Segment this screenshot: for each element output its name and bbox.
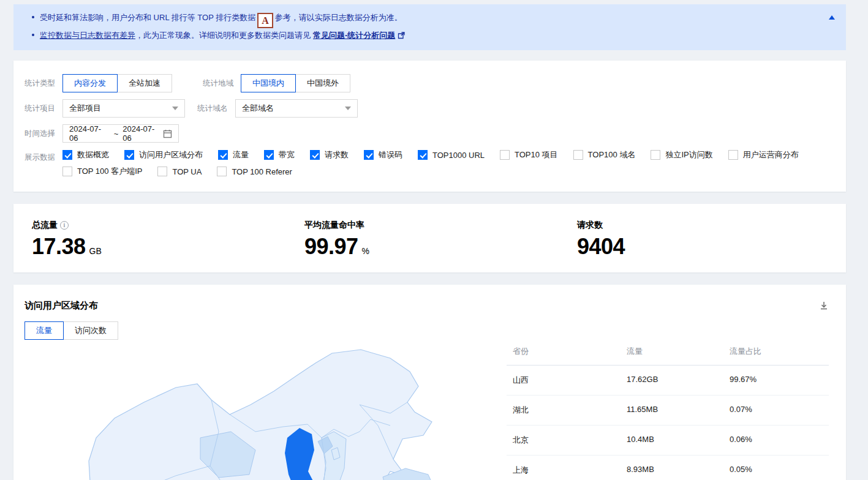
checkbox-traffic[interactable]: 流量: [218, 149, 249, 160]
checkbox-icon: [728, 150, 738, 160]
checkbox-top100-client-ip[interactable]: TOP 100 客户端IP: [62, 166, 142, 177]
notice-line-1: 受时延和算法影响，用户分布和 URL 排行等 TOP 排行类数据A参考，请以实际…: [32, 10, 819, 28]
notice-2-underlined: 监控数据与日志数据有差异: [40, 31, 135, 40]
map-land: [89, 350, 464, 480]
domain-select[interactable]: 全部域名: [235, 99, 358, 118]
checkbox-row-1: 数据概览 访问用户区域分布 流量 带宽 请求数 错误码 TOP1000 URL …: [62, 149, 814, 160]
checkbox-icon: [418, 150, 428, 160]
cell-ratio: 0.06%: [730, 435, 829, 446]
metric-value: 17.38: [32, 236, 86, 258]
display-data-checkboxes: 数据概览 访问用户区域分布 流量 带宽 请求数 错误码 TOP1000 URL …: [62, 149, 814, 177]
metric-unit: %: [362, 246, 369, 256]
tab-traffic[interactable]: 流量: [25, 321, 64, 340]
filter-panel: 统计类型 内容分发 全站加速 统计地域 中国境内 中国境外 统计项目 全部项目 …: [13, 61, 846, 192]
col-province: 省份: [513, 346, 627, 357]
stat-type-option-whole-site[interactable]: 全站加速: [117, 74, 172, 92]
chevron-down-icon: [172, 107, 178, 110]
checkbox-icon: [217, 167, 227, 176]
checkbox-top1000-url[interactable]: TOP1000 URL: [418, 150, 485, 160]
metric-request-count: 请求数 9404: [577, 220, 628, 272]
checkbox-icon: [218, 150, 228, 160]
checkbox-user-region[interactable]: 访问用户区域分布: [124, 149, 203, 160]
stat-region-option-mainland[interactable]: 中国境内: [241, 74, 296, 92]
chevron-up-icon: [829, 15, 835, 20]
checkbox-label: 流量: [233, 149, 249, 160]
checkbox-icon: [62, 167, 72, 176]
metric-unit: GB: [89, 246, 102, 256]
cell-traffic: 17.62GB: [627, 375, 730, 386]
checkbox-label: TOP100 域名: [588, 149, 636, 160]
filter-row-project-domain: 统计项目 全部项目 统计域名 全部域名: [25, 99, 834, 118]
filter-row-display-data: 展示数据 数据概览 访问用户区域分布 流量 带宽 请求数 错误码 TOP1000…: [25, 149, 834, 177]
checkbox-top100-referer[interactable]: TOP 100 Referer: [217, 167, 292, 176]
cell-province: 上海: [513, 465, 627, 476]
cell-province: 北京: [513, 435, 627, 446]
metric-value-row: 9404: [577, 236, 628, 258]
checkbox-icon: [573, 150, 583, 160]
checkbox-bandwidth[interactable]: 带宽: [264, 149, 295, 160]
checkbox-label: 独立IP访问数: [665, 149, 712, 160]
checkbox-label: 数据概览: [77, 149, 109, 160]
checkbox-label: TOP 100 客户端IP: [77, 166, 142, 177]
date-start: 2024-07-06: [69, 124, 110, 143]
metric-value: 9404: [577, 236, 625, 258]
china-map[interactable]: [72, 346, 494, 480]
cell-province: 湖北: [513, 405, 627, 416]
project-select[interactable]: 全部项目: [62, 99, 185, 118]
checkbox-top10-project[interactable]: TOP10 项目: [500, 149, 558, 160]
checkbox-isp-distribution[interactable]: 用户运营商分布: [728, 149, 799, 160]
table-row: 山西 17.62GB 99.67%: [507, 366, 829, 396]
metric-value-row: 17.38 GB: [32, 236, 304, 258]
metric-label: 请求数: [577, 220, 603, 231]
region-table: 省份 流量 流量占比 山西 17.62GB 99.67% 湖北 11.65MB …: [507, 341, 829, 480]
chevron-down-icon: [345, 107, 351, 110]
table-row: 北京 10.4MB 0.06%: [507, 426, 829, 456]
broken-image-letter: A: [262, 15, 269, 26]
external-link-icon[interactable]: [398, 29, 405, 44]
notice-2-text: ，此为正常现象。详细说明和更多数据类问题请见: [135, 31, 311, 40]
stat-region-label: 统计地域: [203, 78, 233, 89]
cell-province: 山西: [513, 375, 627, 386]
stat-domain-label: 统计域名: [197, 103, 228, 114]
checkbox-error-codes[interactable]: 错误码: [364, 149, 402, 160]
stat-type-option-content-delivery[interactable]: 内容分发: [62, 74, 118, 92]
checkbox-top-ua[interactable]: TOP UA: [157, 167, 202, 176]
checkbox-unique-ip[interactable]: 独立IP访问数: [651, 149, 712, 160]
metric-label: 总流量: [32, 220, 58, 231]
checkbox-label: 请求数: [325, 149, 349, 160]
checkbox-data-overview[interactable]: 数据概览: [62, 149, 109, 160]
tab-visit-count[interactable]: 访问次数: [63, 321, 118, 340]
collapse-banner-button[interactable]: [828, 14, 836, 21]
bullet-icon: [32, 34, 34, 36]
cell-traffic: 8.93MB: [627, 465, 730, 476]
info-icon[interactable]: [60, 221, 69, 230]
checkbox-requests[interactable]: 请求数: [310, 149, 349, 160]
checkbox-label: 带宽: [279, 149, 295, 160]
checkbox-label: 访问用户区域分布: [139, 149, 203, 160]
checkbox-icon: [157, 167, 167, 176]
metric-label-row: 平均流量命中率: [304, 220, 577, 231]
faq-link[interactable]: 常见问题-统计分析问题: [313, 31, 395, 40]
calendar-icon: [163, 129, 172, 138]
region-distribution-panel: 访问用户区域分布 流量 访问次数: [13, 285, 846, 480]
metric-value: 99.97: [304, 236, 358, 258]
notice-line-2: 监控数据与日志数据有差异，此为正常现象。详细说明和更多数据类问题请见常见问题-统…: [32, 28, 819, 44]
checkbox-icon: [124, 150, 134, 160]
stat-region-option-overseas[interactable]: 中国境外: [295, 74, 350, 92]
region-metric-tabs: 流量 访问次数: [25, 321, 846, 340]
col-traffic-ratio: 流量占比: [730, 346, 829, 357]
metric-total-traffic: 总流量 17.38 GB: [32, 220, 304, 272]
bullet-icon: [32, 16, 34, 18]
checkbox-label: TOP UA: [172, 167, 202, 176]
stat-type-label: 统计类型: [25, 78, 55, 89]
region-table-header: 省份 流量 流量占比: [507, 341, 829, 366]
notice-1-text-after: 参考，请以实际日志数据分析为准。: [275, 13, 402, 22]
checkbox-top100-domain[interactable]: TOP100 域名: [573, 149, 636, 160]
checkbox-icon: [310, 150, 320, 160]
domain-select-value: 全部域名: [242, 103, 274, 114]
table-row: 上海 8.93MB 0.05%: [507, 456, 829, 480]
checkbox-icon: [264, 150, 274, 160]
date-separator: ~: [114, 129, 119, 138]
date-range-input[interactable]: 2024-07-06 ~ 2024-07-06: [62, 124, 179, 143]
download-icon[interactable]: [818, 299, 830, 312]
